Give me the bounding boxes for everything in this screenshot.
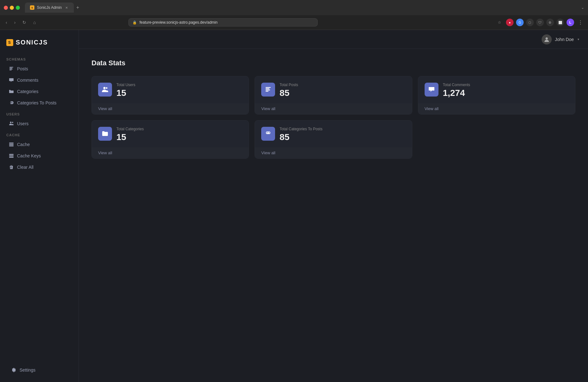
browser-menu-button[interactable]: ⋮ <box>577 19 584 26</box>
svg-rect-10 <box>9 156 14 156</box>
svg-point-13 <box>103 87 106 89</box>
svg-rect-1 <box>9 68 12 68</box>
browser-user-avatar[interactable]: L <box>567 19 574 26</box>
new-tab-button[interactable]: + <box>74 3 82 12</box>
stat-icon-posts <box>261 83 275 97</box>
browser-titlebar: S SonicJs Admin ✕ + ⌄ <box>0 0 588 15</box>
tab-right-controls: ⌄ <box>581 5 584 10</box>
extension-icon-2[interactable]: G <box>516 19 524 26</box>
address-bar[interactable]: 🔒 feature-preview.sonicjs-astro.pages.de… <box>128 18 318 26</box>
stat-card-users-top: Total Users 15 <box>92 76 249 103</box>
tab-close-button[interactable]: ✕ <box>64 5 69 10</box>
back-button[interactable]: ‹ <box>4 19 9 26</box>
users-icon <box>9 121 14 126</box>
browser-navbar: ‹ › ↻ ⌂ 🔒 feature-preview.sonicjs-astro.… <box>0 15 588 30</box>
stat-card-total-users: Total Users 15 View all <box>91 76 249 115</box>
sidebar-item-cache-label: Cache <box>17 142 30 147</box>
posts-icon <box>9 66 14 71</box>
bookmark-star-icon[interactable]: ☆ <box>496 19 503 26</box>
stat-info-posts: Total Posts 85 <box>279 83 405 98</box>
forward-button[interactable]: › <box>12 19 18 26</box>
sidebar-item-cache-keys-label: Cache Keys <box>17 153 41 158</box>
top-header: John Doe ▾ <box>79 30 588 49</box>
maximize-window-button[interactable] <box>16 6 20 10</box>
url-text: feature-preview.sonicjs-astro.pages.dev/… <box>139 20 217 25</box>
extension-icon-6[interactable]: ⬜ <box>556 19 564 26</box>
stat-info-comments: Total Comments 1,274 <box>443 83 569 98</box>
schemas-section-label: Schemas <box>0 54 79 63</box>
active-tab[interactable]: S SonicJs Admin ✕ <box>25 3 74 13</box>
stat-card-total-comments: Total Comments 1,274 View all <box>418 76 575 115</box>
stat-label-posts: Total Posts <box>279 83 405 87</box>
sidebar-item-settings[interactable]: Settings <box>5 365 74 375</box>
extension-icon-1[interactable]: ● <box>506 19 514 26</box>
stat-label-categories-to-posts: Total Categories To Posts <box>279 127 405 131</box>
stat-label-users: Total Users <box>116 83 242 87</box>
tab-title: SonicJs Admin <box>37 5 62 10</box>
browser-right-icons: ☆ ● G ⬡ 🛡 ⚙ ⬜ L ⋮ <box>496 19 584 26</box>
empty-grid-cell <box>418 120 575 159</box>
view-all-users[interactable]: View all <box>92 103 249 114</box>
view-all-posts[interactable]: View all <box>255 103 412 114</box>
sidebar-item-comments[interactable]: Comments <box>3 75 76 85</box>
view-all-comments[interactable]: View all <box>418 103 575 114</box>
logo-text: SONICJS <box>16 39 48 46</box>
stat-value-comments: 1,274 <box>443 88 569 98</box>
sidebar-item-settings-label: Settings <box>20 367 36 373</box>
stat-card-posts-top: Total Posts 85 <box>255 76 412 103</box>
close-window-button[interactable] <box>4 6 8 10</box>
stat-card-categories-top: Total Categories 15 <box>92 120 249 147</box>
view-all-categories-to-posts[interactable]: View all <box>255 147 412 158</box>
settings-icon <box>11 367 16 373</box>
svg-rect-8 <box>9 145 14 146</box>
traffic-lights <box>4 6 20 10</box>
svg-point-14 <box>106 87 108 89</box>
home-button[interactable]: ⌂ <box>31 19 38 26</box>
app-container: S SONICJS Schemas Posts <box>0 30 588 382</box>
sidebar-item-clear-all[interactable]: Clear All <box>3 162 76 173</box>
svg-rect-18 <box>266 91 268 92</box>
svg-rect-19 <box>267 133 269 134</box>
sidebar-item-cache-keys[interactable]: Cache Keys <box>3 150 76 161</box>
stat-icon-categories <box>98 127 112 141</box>
stat-card-comments-top: Total Comments 1,274 <box>418 76 575 103</box>
stat-info-users: Total Users 15 <box>116 83 242 98</box>
link-icon <box>9 100 14 105</box>
sidebar-logo: S SONICJS <box>0 36 79 54</box>
stat-icon-categories-to-posts <box>261 127 275 141</box>
stat-label-comments: Total Comments <box>443 83 569 87</box>
svg-rect-3 <box>9 70 12 70</box>
user-name: John Doe <box>555 37 574 42</box>
stat-card-total-categories-to-posts: Total Categories To Posts 85 View all <box>255 120 412 159</box>
extension-icon-5[interactable]: ⚙ <box>546 19 554 26</box>
svg-rect-15 <box>266 87 271 88</box>
sidebar-item-categories[interactable]: Categories <box>3 86 76 97</box>
comments-icon <box>9 78 14 83</box>
sidebar-item-users[interactable]: Users <box>3 118 76 129</box>
stat-info-categories-to-posts: Total Categories To Posts 85 <box>279 127 405 142</box>
sidebar-item-categories-label: Categories <box>17 89 38 94</box>
sidebar-item-categories-to-posts[interactable]: Categories To Posts <box>3 97 76 108</box>
sidebar-item-cache[interactable]: Cache <box>3 139 76 150</box>
extension-icon-3[interactable]: ⬡ <box>526 19 534 26</box>
svg-rect-2 <box>9 69 13 69</box>
svg-rect-11 <box>9 157 14 158</box>
page-title: Data Stats <box>91 59 575 67</box>
lock-icon: 🔒 <box>132 21 137 25</box>
stat-label-categories: Total Categories <box>116 127 242 131</box>
stat-value-categories: 15 <box>116 132 242 142</box>
user-avatar <box>542 34 552 44</box>
user-menu[interactable]: John Doe ▾ <box>542 34 579 44</box>
minimize-window-button[interactable] <box>10 6 14 10</box>
extension-icon-4[interactable]: 🛡 <box>536 19 544 26</box>
view-all-categories[interactable]: View all <box>92 147 249 158</box>
stats-grid-top: Total Users 15 View all <box>91 76 575 115</box>
stats-grid-bottom: Total Categories 15 View all <box>91 120 575 159</box>
sidebar-item-posts-label: Posts <box>17 66 28 71</box>
sidebar-item-posts[interactable]: Posts <box>3 63 76 74</box>
stat-value-users: 15 <box>116 88 242 98</box>
logo-icon: S <box>6 39 13 46</box>
stat-card-total-categories: Total Categories 15 View all <box>91 120 249 159</box>
stat-card-total-posts: Total Posts 85 View all <box>255 76 412 115</box>
reload-button[interactable]: ↻ <box>21 19 28 26</box>
